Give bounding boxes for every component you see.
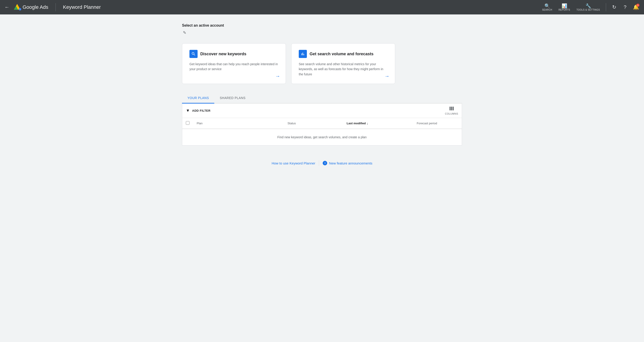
how-to-use-link[interactable]: How to use Keyword Planner xyxy=(268,159,319,167)
sort-arrow-icon: ↓ xyxy=(367,122,368,125)
notification-badge: 1 xyxy=(636,3,640,7)
forecasts-card-desc: See search volume and other historical m… xyxy=(299,62,388,77)
th-forecast-period: Forecast period xyxy=(413,118,462,129)
svg-rect-3 xyxy=(450,107,451,110)
columns-label: COLUMNS xyxy=(445,112,458,115)
th-checkbox xyxy=(182,118,193,129)
tools-nav-label: TOOLS & SETTINGS xyxy=(576,8,600,11)
bar-chart-card-icon xyxy=(300,52,305,56)
search-nav-label: SEARCH xyxy=(542,8,552,11)
th-plan: Plan xyxy=(193,118,284,129)
forecasts-card-arrow: → xyxy=(384,73,390,79)
card-header-discover: Discover new keywords xyxy=(190,50,278,58)
forecasts-card-title: Get search volume and forecasts xyxy=(310,52,374,56)
tools-icon: 🔧 xyxy=(586,3,591,8)
topnav-left: ← Google Ads Keyword Planner xyxy=(4,3,101,11)
select-account-section: Select an active account ✎ xyxy=(182,23,462,36)
plans-tabs: YOUR PLANS SHARED PLANS xyxy=(182,93,462,103)
svg-rect-4 xyxy=(451,107,452,110)
help-icon: ? xyxy=(624,4,626,10)
columns-icon xyxy=(449,106,454,112)
notifications-button[interactable]: 🔔 1 xyxy=(631,3,640,12)
search-icon: 🔍 xyxy=(544,3,550,8)
filter-left: ▼ ADD FILTER xyxy=(186,108,210,113)
edit-account-button[interactable]: ✎ xyxy=(182,29,187,36)
topnav-right: 🔍 SEARCH 📊 REPORTS 🔧 TOOLS & SETTINGS ↻ … xyxy=(540,3,640,12)
back-icon: ← xyxy=(4,4,10,10)
empty-state-message: Find new keyword ideas, get search volum… xyxy=(182,129,462,145)
plans-table: Plan Status Last modified ↓ Forecast per… xyxy=(182,118,462,145)
discover-card-icon xyxy=(190,50,198,58)
columns-grid-icon xyxy=(449,106,454,111)
select-all-checkbox[interactable] xyxy=(186,121,190,125)
reports-nav-label: REPORTS xyxy=(558,8,570,11)
refresh-icon: ↻ xyxy=(612,4,616,10)
nav-divider xyxy=(56,3,56,11)
plans-table-section: ▼ ADD FILTER COLUMNS xyxy=(182,103,462,145)
discover-keywords-card[interactable]: Discover new keywords Get keyword ideas … xyxy=(182,43,286,84)
search-card-icon xyxy=(191,52,196,56)
select-account-label: Select an active account xyxy=(182,23,462,27)
discover-card-arrow: → xyxy=(275,73,280,79)
tab-shared-plans[interactable]: SHARED PLANS xyxy=(214,93,251,103)
refresh-button[interactable]: ↻ xyxy=(610,3,619,12)
new-feature-announcements-link[interactable]: i New feature announcements xyxy=(319,159,376,167)
filter-icon: ▼ xyxy=(186,108,190,113)
google-logo: Google Ads xyxy=(13,3,48,11)
cards-row: Discover new keywords Get keyword ideas … xyxy=(182,43,462,84)
google-ads-logo-icon xyxy=(13,3,21,11)
forecasts-card-icon xyxy=(299,50,307,58)
new-feature-label: New feature announcements xyxy=(329,161,372,165)
app-name: Google Ads xyxy=(22,4,48,10)
columns-button[interactable]: COLUMNS xyxy=(445,106,458,115)
tab-your-plans[interactable]: YOUR PLANS xyxy=(182,93,214,103)
svg-rect-5 xyxy=(452,107,454,110)
info-icon: i xyxy=(323,161,327,165)
page-title: Keyword Planner xyxy=(63,4,101,10)
help-button[interactable]: ? xyxy=(620,3,630,12)
add-filter-label: ADD FILTER xyxy=(192,109,210,112)
reports-icon: 📊 xyxy=(562,3,567,8)
reports-nav-button[interactable]: 📊 REPORTS xyxy=(556,3,572,12)
top-navigation: ← Google Ads Keyword Planner 🔍 SEARCH 📊 … xyxy=(0,0,644,14)
tools-settings-nav-button[interactable]: 🔧 TOOLS & SETTINGS xyxy=(574,3,602,12)
th-last-modified[interactable]: Last modified ↓ xyxy=(343,118,413,129)
th-status: Status xyxy=(284,118,343,129)
card-header-forecasts: Get search volume and forecasts xyxy=(299,50,388,58)
svg-point-1 xyxy=(19,8,21,10)
search-volume-card[interactable]: Get search volume and forecasts See sear… xyxy=(291,43,395,84)
empty-state-row: Find new keyword ideas, get search volum… xyxy=(182,129,462,145)
edit-icon: ✎ xyxy=(183,30,186,35)
filter-bar: ▼ ADD FILTER COLUMNS xyxy=(182,103,462,118)
search-nav-button[interactable]: 🔍 SEARCH xyxy=(540,3,554,12)
footer-links: How to use Keyword Planner i New feature… xyxy=(182,159,462,176)
table-header-row: Plan Status Last modified ↓ Forecast per… xyxy=(182,118,462,129)
discover-card-title: Discover new keywords xyxy=(200,52,246,56)
main-content: Select an active account ✎ Discover new … xyxy=(164,14,480,185)
discover-card-desc: Get keyword ideas that can help you reac… xyxy=(190,62,278,77)
back-button[interactable]: ← xyxy=(4,3,10,11)
nav-divider-2 xyxy=(606,3,606,11)
